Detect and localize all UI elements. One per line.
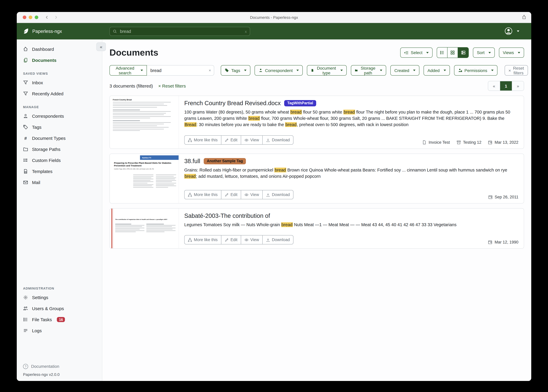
- share-icon[interactable]: [522, 15, 526, 19]
- file-icon: [311, 68, 314, 73]
- browser-back-icon[interactable]: [45, 15, 49, 19]
- more-like-this-button[interactable]: More like this: [184, 190, 221, 199]
- search-clear-icon[interactable]: x: [245, 29, 247, 34]
- sidebar-item-settings[interactable]: Settings: [17, 292, 102, 303]
- question-icon: ?: [23, 364, 28, 369]
- highlighted-term: bread: [343, 110, 355, 114]
- view-list-button[interactable]: [437, 48, 447, 58]
- user-menu[interactable]: [504, 27, 519, 35]
- storage-path-link[interactable]: Testing 12: [456, 140, 482, 145]
- select-button[interactable]: Select: [400, 48, 433, 58]
- advanced-search-dropdown[interactable]: Advanced search: [109, 65, 147, 76]
- pagination-page-1[interactable]: 1: [500, 81, 512, 91]
- tag-badge[interactable]: Another Sample Tag: [204, 158, 246, 164]
- sidebar-item-documents[interactable]: Documents: [17, 55, 102, 66]
- minimize-window-button[interactable]: [29, 15, 32, 19]
- eye-icon: [244, 238, 249, 242]
- sidebar-item-mail[interactable]: Mail: [17, 177, 102, 188]
- view-button[interactable]: View: [241, 235, 263, 245]
- sidebar-item-label: Templates: [32, 169, 52, 174]
- document-type-filter-button[interactable]: Document type: [307, 65, 347, 76]
- calendar-icon: [488, 195, 492, 199]
- sidebar-item-logs[interactable]: Logs: [17, 325, 102, 336]
- window-title: Documents - Paperless-ngx: [17, 15, 531, 20]
- envelope-icon: [23, 180, 28, 185]
- app-brand[interactable]: Paperless-ngx: [23, 28, 62, 35]
- global-search-input[interactable]: [119, 29, 245, 34]
- thumbnail-text: French Country Bread: [113, 99, 176, 101]
- close-window-button[interactable]: [23, 15, 26, 19]
- sidebar-item-recently-added[interactable]: Recently Added: [17, 88, 102, 99]
- sidebar-item-custom-fields[interactable]: Custom Fields: [17, 155, 102, 166]
- sidebar-item-dashboard[interactable]: Dashboard: [17, 44, 102, 55]
- storage-path-filter-button[interactable]: Storage path: [351, 65, 386, 76]
- edit-button[interactable]: Edit: [221, 190, 241, 199]
- view-detail-button[interactable]: [458, 48, 469, 58]
- edit-button[interactable]: Edit: [221, 235, 241, 245]
- sidebar-item-file-tasks[interactable]: File Tasks 16: [17, 314, 102, 325]
- document-title[interactable]: Sabaté-2003-The contribution of: [184, 212, 270, 219]
- edit-button[interactable]: Edit: [221, 135, 241, 145]
- permissions-filter-button[interactable]: Permissions: [454, 65, 498, 76]
- funnel-icon: [23, 80, 28, 85]
- chevron-down-icon: [518, 52, 520, 53]
- pagination: « 1 »: [488, 81, 524, 91]
- sidebar-item-document-types[interactable]: # Document Types: [17, 133, 102, 144]
- sidebar-item-tags[interactable]: Tags: [17, 122, 102, 133]
- filter-query-input[interactable]: [150, 68, 207, 73]
- app-window: Documents - Paperless-ngx Paperless-ngx …: [17, 12, 531, 381]
- filter-bar: Advanced search × Tags Correspondent: [109, 65, 524, 76]
- views-button[interactable]: Views: [499, 48, 524, 58]
- documents-icon: [23, 58, 28, 63]
- documentation-link[interactable]: ? Documentation: [17, 362, 102, 371]
- document-title[interactable]: French Country Bread Revised.docx: [184, 100, 281, 107]
- window-titlebar: Documents - Paperless-ngx: [17, 12, 531, 23]
- reset-filters-button[interactable]: × Reset filters: [505, 65, 528, 76]
- download-button[interactable]: Download: [262, 135, 293, 145]
- document-snippet: 100 grams Water (80 degrees), 50 grams w…: [184, 109, 518, 128]
- sidebar-collapse-button[interactable]: «: [96, 42, 106, 51]
- sidebar-item-storage-paths[interactable]: Storage Paths: [17, 144, 102, 155]
- download-button[interactable]: Download: [262, 235, 293, 245]
- highlighted-term: bread: [248, 116, 260, 121]
- global-search[interactable]: x: [109, 27, 250, 36]
- document-type-link[interactable]: Invoice Test: [422, 140, 450, 145]
- reset-filters-link[interactable]: × Reset filters: [158, 83, 186, 88]
- document-title[interactable]: 38.full: [184, 158, 200, 165]
- highlighted-term: bread: [285, 122, 297, 127]
- browser-forward-icon[interactable]: [54, 15, 58, 19]
- added-filter-button[interactable]: Added: [424, 65, 450, 76]
- tags-filter-button[interactable]: Tags: [221, 65, 250, 76]
- chevron-down-icon: [296, 70, 299, 71]
- sidebar-item-label: Settings: [32, 295, 48, 300]
- document-thumbnail[interactable]: The contribution of vegetarian diets to …: [110, 209, 179, 248]
- download-button[interactable]: Download: [262, 190, 293, 199]
- highlighted-term: bread: [274, 168, 286, 172]
- desktop-background: Documents - Paperless-ngx Paperless-ngx …: [0, 0, 548, 392]
- more-like-this-button[interactable]: More like this: [184, 135, 221, 145]
- created-filter-button[interactable]: Created: [390, 65, 419, 76]
- view-button[interactable]: View: [241, 190, 263, 199]
- tag-badge[interactable]: TagWithPartial: [284, 100, 316, 106]
- sort-button[interactable]: Sort: [473, 48, 495, 58]
- maximize-window-button[interactable]: [35, 15, 38, 19]
- brand-label: Paperless-ngx: [32, 28, 62, 34]
- sidebar-item-correspondents[interactable]: Correspondents: [17, 111, 102, 122]
- document-date: Sep 26, 2011: [488, 195, 518, 199]
- sidebar-item-users-groups[interactable]: Users & Groups: [17, 303, 102, 314]
- filter-clear-icon[interactable]: ×: [209, 68, 211, 73]
- sidebar-item-inbox[interactable]: Inbox: [17, 77, 102, 88]
- document-thumbnail[interactable]: Nutrition FYI Preparing to Prescribe Pla…: [110, 154, 179, 203]
- pagination-next[interactable]: »: [512, 81, 524, 91]
- pagination-prev[interactable]: «: [488, 81, 500, 91]
- advanced-search-group: Advanced search ×: [109, 65, 214, 76]
- view-grid-button[interactable]: [447, 48, 458, 58]
- document-thumbnail[interactable]: French Country Bread: [110, 96, 179, 148]
- file-icon: [422, 140, 426, 145]
- document-count: 3 documents (filtered): [109, 83, 153, 88]
- view-button[interactable]: View: [241, 135, 263, 145]
- correspondent-filter-button[interactable]: Correspondent: [255, 65, 303, 76]
- more-like-this-button[interactable]: More like this: [184, 235, 221, 245]
- app-navbar: Paperless-ngx x: [17, 23, 531, 39]
- sidebar-item-templates[interactable]: Templates: [17, 166, 102, 177]
